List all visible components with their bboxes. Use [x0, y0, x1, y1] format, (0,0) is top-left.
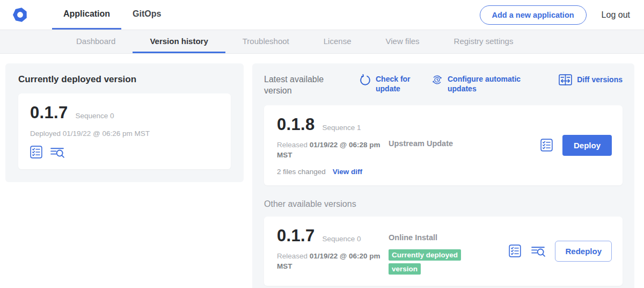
latest-version-config-icon[interactable]	[540, 139, 553, 152]
other-version-number: 0.1.7	[277, 226, 314, 246]
deploy-button[interactable]: Deploy	[562, 135, 612, 156]
top-bar: Application GitOps Add a new application…	[0, 0, 644, 30]
latest-version-source: Upstream Update	[389, 139, 540, 148]
current-version-card: 0.1.7 Sequence 0 Deployed 01/19/22 @ 06:…	[18, 93, 231, 169]
currently-deployed-panel: Currently deployed version 0.1.7 Sequenc…	[5, 63, 244, 182]
top-tab-gitops[interactable]: GitOps	[121, 0, 172, 30]
currently-deployed-badge: Currently deployed version	[389, 249, 461, 275]
app-logo-icon	[12, 0, 28, 30]
app-subnav: Dashboard Version history Troubleshoot L…	[0, 30, 644, 54]
other-available-versions-title: Other available versions	[264, 199, 623, 209]
other-version-source: Online Install	[389, 233, 509, 242]
top-bar-right: Add a new application Log out	[480, 0, 630, 30]
tab-troubleshoot[interactable]: Troubleshoot	[225, 30, 306, 53]
latest-version-sequence: Sequence 1	[322, 124, 361, 132]
current-version-deployed-timestamp: Deployed 01/19/22 @ 06:26 pm MST	[30, 129, 219, 138]
current-version-sequence: Sequence 0	[75, 112, 114, 120]
view-config-icon[interactable]	[30, 146, 42, 159]
check-for-update-button[interactable]: Check for update	[360, 74, 415, 93]
files-changed-count: 2 files changed	[277, 168, 326, 176]
tab-version-history[interactable]: Version history	[133, 30, 225, 53]
available-versions-header: Latest available version Check for updat…	[264, 74, 623, 97]
tab-registry-settings[interactable]: Registry settings	[437, 30, 531, 53]
other-version-diff-files-icon[interactable]	[531, 245, 545, 257]
other-version-sequence: Sequence 0	[322, 235, 361, 243]
diff-versions-icon	[559, 74, 572, 85]
add-new-application-button[interactable]: Add a new application	[480, 5, 587, 25]
latest-available-title: Latest available version	[264, 74, 343, 97]
other-version-released-timestamp: Released 01/19/22 @ 06:20 pm MST	[277, 251, 383, 272]
tab-license[interactable]: License	[306, 30, 369, 53]
current-version-number: 0.1.7	[30, 103, 68, 123]
top-nav: Application GitOps	[52, 0, 172, 30]
configure-automatic-updates-button[interactable]: Configure automatic updates	[431, 74, 524, 93]
view-diff-link[interactable]: View diff	[333, 168, 362, 176]
logout-link[interactable]: Log out	[602, 10, 630, 20]
currently-deployed-title: Currently deployed version	[18, 74, 231, 85]
view-diff-files-icon[interactable]	[50, 146, 64, 159]
other-version-card: 0.1.7 Sequence 0 Released 01/19/22 @ 06:…	[264, 217, 623, 286]
latest-version-number: 0.1.8	[277, 115, 314, 134]
other-version-config-icon[interactable]	[509, 244, 521, 257]
tab-view-files[interactable]: View files	[368, 30, 436, 53]
available-versions-panel: Latest available version Check for updat…	[252, 63, 634, 288]
top-tab-application[interactable]: Application	[52, 0, 121, 30]
tab-dashboard[interactable]: Dashboard	[59, 30, 133, 53]
latest-version-card: 0.1.8 Sequence 1 Released 01/19/22 @ 06:…	[264, 105, 623, 185]
refresh-icon	[360, 74, 371, 93]
main-content: Currently deployed version 0.1.7 Sequenc…	[0, 54, 644, 288]
diff-versions-button[interactable]: Diff versions	[559, 74, 623, 85]
redeploy-button[interactable]: Redeploy	[555, 241, 612, 262]
clock-refresh-icon	[431, 74, 443, 93]
latest-version-released-timestamp: Released 01/19/22 @ 06:28 pm MST	[277, 140, 383, 161]
